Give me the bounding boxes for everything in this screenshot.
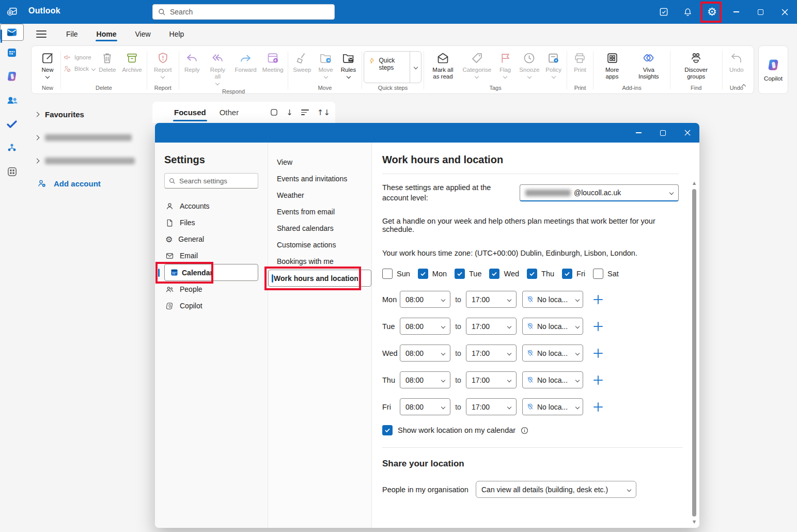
- day-checkbox-fri[interactable]: Fri: [562, 269, 585, 279]
- window-close-button[interactable]: [773, 0, 797, 24]
- account-folder-2[interactable]: [24, 151, 152, 170]
- new-mail-button[interactable]: New: [37, 49, 58, 80]
- add-account-button[interactable]: Add account: [24, 174, 152, 193]
- add-time-slot-button[interactable]: [593, 321, 603, 332]
- discover-groups-button[interactable]: Discover groups: [673, 49, 720, 82]
- settings-nav-calendar[interactable]: Calendar: [164, 264, 258, 281]
- subnav-shared-calendars[interactable]: Shared calendars: [268, 220, 371, 237]
- settings-search-input[interactable]: [179, 177, 254, 185]
- undo-button[interactable]: Undo: [726, 49, 747, 75]
- settings-nav-accounts[interactable]: Accounts: [164, 198, 258, 214]
- subnav-events-from-email[interactable]: Events from email: [268, 204, 371, 220]
- day-checkbox-tue[interactable]: Tue: [455, 269, 481, 279]
- meeting-button[interactable]: Meeting: [260, 49, 286, 75]
- reply-all-button[interactable]: Reply all: [204, 49, 231, 87]
- move-down-icon[interactable]: ↓: [286, 108, 293, 117]
- day-checkbox-sun[interactable]: Sun: [382, 269, 410, 279]
- select-messages-icon[interactable]: [270, 108, 278, 116]
- day-checkbox-thu[interactable]: Thu: [527, 269, 554, 279]
- notes-button[interactable]: [651, 0, 676, 24]
- window-maximize-button[interactable]: [748, 0, 773, 24]
- subnav-weather[interactable]: Weather: [268, 187, 371, 204]
- reply-button[interactable]: Reply: [181, 49, 203, 75]
- ignore-button[interactable]: Ignore: [63, 53, 95, 61]
- sort-icon[interactable]: ↑↓: [317, 108, 330, 117]
- scrollbar[interactable]: ▲ ▼: [692, 181, 697, 525]
- end-time-dropdown[interactable]: 17:00: [466, 291, 517, 308]
- end-time-dropdown[interactable]: 17:00: [466, 345, 517, 362]
- mark-all-read-button[interactable]: Mark all as read: [426, 49, 459, 82]
- add-time-slot-button[interactable]: [593, 294, 603, 305]
- dialog-minimize-button[interactable]: [627, 123, 651, 143]
- tab-home[interactable]: Home: [89, 26, 124, 42]
- notifications-button[interactable]: [676, 0, 700, 24]
- settings-nav-people[interactable]: People: [164, 281, 258, 298]
- more-apps-button[interactable]: More apps: [596, 49, 629, 82]
- start-time-dropdown[interactable]: 08:00: [400, 318, 450, 335]
- account-folder-1[interactable]: [24, 128, 152, 147]
- archive-button[interactable]: Archive: [119, 49, 144, 75]
- sweep-button[interactable]: Sweep: [290, 49, 314, 75]
- dialog-close-button[interactable]: [675, 123, 699, 143]
- add-time-slot-button[interactable]: [593, 402, 603, 412]
- flag-button[interactable]: Flag: [494, 49, 516, 80]
- settings-gear-button[interactable]: ⚙: [700, 0, 724, 24]
- subnav-events-invitations[interactable]: Events and invitations: [268, 170, 371, 187]
- tab-focused[interactable]: Focused: [174, 108, 206, 117]
- info-icon[interactable]: [521, 427, 528, 434]
- day-checkbox-sat[interactable]: Sat: [593, 269, 619, 279]
- ribbon-collapse-button[interactable]: [742, 81, 745, 89]
- subnav-customise-actions[interactable]: Customise actions: [268, 237, 371, 253]
- search-bar[interactable]: [152, 4, 335, 20]
- print-button[interactable]: Print: [569, 49, 591, 75]
- settings-nav-files[interactable]: Files: [164, 214, 258, 231]
- settings-nav-general[interactable]: ⚙ General: [164, 231, 258, 247]
- rail-mail-button[interactable]: [0, 24, 24, 41]
- search-input[interactable]: [170, 8, 329, 16]
- copilot-ribbon-button[interactable]: Copilot: [758, 45, 788, 94]
- start-time-dropdown[interactable]: 08:00: [400, 398, 450, 415]
- start-time-dropdown[interactable]: 08:00: [400, 371, 450, 388]
- rail-copilot-button[interactable]: [0, 65, 24, 88]
- outlook-logo-icon[interactable]: [6, 6, 18, 18]
- tab-file[interactable]: File: [59, 26, 85, 42]
- subnav-bookings-with-me[interactable]: Bookings with me: [268, 253, 371, 270]
- tab-view[interactable]: View: [128, 26, 158, 42]
- account-dropdown[interactable]: @loucoll.ac.uk: [520, 184, 679, 201]
- snooze-button[interactable]: Snooze: [517, 49, 542, 80]
- move-button[interactable]: Move: [315, 49, 337, 80]
- subnav-view[interactable]: View: [268, 154, 371, 170]
- hamburger-menu-button[interactable]: [36, 30, 46, 38]
- settings-search-box[interactable]: [164, 173, 258, 189]
- quick-steps-expand-button[interactable]: [410, 52, 421, 83]
- rules-button[interactable]: Rules: [338, 49, 360, 80]
- start-time-dropdown[interactable]: 08:00: [400, 345, 450, 362]
- rail-calendar-button[interactable]: [0, 41, 24, 65]
- tab-help[interactable]: Help: [162, 26, 192, 42]
- window-minimize-button[interactable]: [724, 0, 748, 24]
- location-dropdown[interactable]: No loca...: [522, 291, 583, 308]
- tab-other[interactable]: Other: [220, 108, 239, 117]
- settings-nav-copilot[interactable]: Copilot: [164, 298, 258, 314]
- end-time-dropdown[interactable]: 17:00: [466, 398, 517, 415]
- location-dropdown[interactable]: No loca...: [522, 398, 583, 415]
- end-time-dropdown[interactable]: 17:00: [466, 371, 517, 388]
- scrollbar-thumb[interactable]: [692, 189, 696, 517]
- location-dropdown[interactable]: No loca...: [522, 371, 583, 388]
- quick-steps-box[interactable]: Quick steps: [364, 51, 421, 83]
- settings-nav-email[interactable]: Email: [164, 247, 258, 264]
- day-checkbox-wed[interactable]: Wed: [489, 269, 519, 279]
- forward-button[interactable]: Forward: [232, 49, 259, 75]
- favourites-section[interactable]: Favourites: [24, 105, 152, 123]
- delete-button[interactable]: Delete: [96, 49, 118, 75]
- filter-icon[interactable]: [301, 109, 309, 115]
- block-button[interactable]: Block: [63, 65, 95, 73]
- share-permission-dropdown[interactable]: Can view all details (building, desk etc…: [476, 481, 636, 498]
- end-time-dropdown[interactable]: 17:00: [466, 318, 517, 335]
- report-button[interactable]: Report: [151, 49, 175, 80]
- rail-more-apps-button[interactable]: [0, 160, 24, 183]
- categorise-button[interactable]: Categorise: [460, 49, 493, 80]
- viva-insights-button[interactable]: Viva Insights: [630, 49, 668, 82]
- policy-button[interactable]: Policy: [543, 49, 565, 80]
- rail-groups-button[interactable]: [0, 136, 24, 160]
